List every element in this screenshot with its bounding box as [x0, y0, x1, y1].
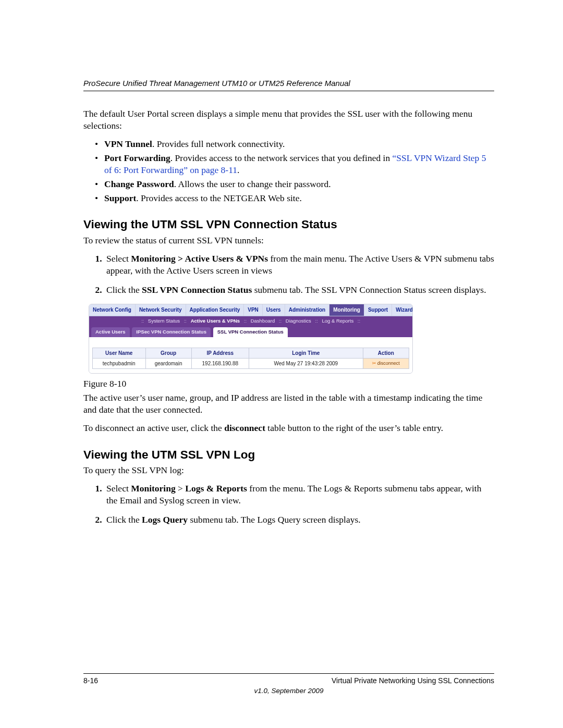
cell-group: geardomain [145, 358, 191, 368]
step-bold: SSL VPN Connection Status [142, 285, 252, 295]
tab-bar: Active Users IPSec VPN Connection Status… [89, 326, 412, 337]
steps-list: Select Monitoring > Logs & Reports from … [83, 483, 494, 526]
section-lead: To query the SSL VPN log: [83, 464, 494, 476]
subnav-item[interactable]: Diagnostics [283, 318, 314, 324]
nav-item[interactable]: Support [364, 304, 392, 316]
step-item: Click the SSL VPN Connection Status subm… [104, 284, 494, 296]
tab[interactable]: Active Users [91, 327, 130, 337]
item-label: Support [104, 193, 136, 203]
post-figure-para: To disconnect an active user, click the … [83, 422, 494, 434]
step-item: Select Monitoring > Active Users & VPNs … [104, 253, 494, 277]
item-label: Change Password [104, 179, 174, 189]
cell-login-time: Wed May 27 19:43:28 2009 [249, 358, 363, 368]
item-desc: . Provides access to the network service… [170, 153, 393, 163]
top-nav: Network Config Network Security Applicat… [89, 304, 412, 316]
cell-username: techpubadmin [93, 358, 146, 368]
list-item: VPN Tunnel. Provides full network connec… [104, 138, 494, 150]
item-desc: . Provides access to the NETGEAR Web sit… [136, 193, 302, 203]
portal-menu-list: VPN Tunnel. Provides full network connec… [83, 138, 494, 204]
document-page: ProSecure Unified Threat Management UTM1… [0, 0, 563, 728]
bold-text: disconnect [224, 423, 265, 433]
sub-nav: :: System Status :: Active Users & VPNs … [89, 316, 412, 326]
nav-item[interactable]: Network Config [89, 304, 136, 316]
status-table-wrap: User Name Group IP Address Login Time Ac… [89, 337, 412, 373]
step-text: submenu tab. The Logs Query screen displ… [188, 514, 361, 525]
step-bold: Logs & Reports [185, 483, 247, 493]
text: table button to the right of the user’s … [265, 423, 443, 433]
col-header: IP Address [191, 348, 249, 358]
step-text: > [176, 483, 186, 493]
step-bold: Monitoring > Active Users & VPNs [131, 253, 268, 264]
item-label: VPN Tunnel [104, 139, 152, 149]
list-item: Change Password. Allows the user to chan… [104, 178, 494, 190]
col-header: User Name [93, 348, 146, 358]
tab-active[interactable]: SSL VPN Connection Status [213, 327, 288, 337]
item-tail: . [237, 165, 239, 175]
disconnect-icon: ✂ [372, 361, 376, 366]
list-item: Support. Provides access to the NETGEAR … [104, 192, 494, 204]
nav-item[interactable]: Network Security [136, 304, 186, 316]
step-text: Click the [106, 514, 142, 525]
nav-item[interactable]: VPN [244, 304, 263, 316]
step-item: Select Monitoring > Logs & Reports from … [104, 483, 494, 507]
item-label: Port Forwarding [104, 153, 170, 163]
col-header: Action [363, 348, 409, 358]
figure-caption: Figure 8-10 [83, 378, 494, 390]
tab[interactable]: IPSec VPN Connection Status [132, 327, 211, 337]
nav-item[interactable]: Wizards [392, 304, 413, 316]
step-bold: Logs Query [142, 514, 188, 525]
steps-list: Select Monitoring > Active Users & VPNs … [83, 253, 494, 296]
subnav-item[interactable]: Log & Reports [319, 318, 356, 324]
item-desc: . Allows the user to change their passwo… [174, 179, 331, 189]
step-item: Click the Logs Query submenu tab. The Lo… [104, 514, 494, 526]
post-figure-para: The active user’s user name, group, and … [83, 392, 494, 416]
disconnect-label: disconnect [377, 361, 400, 366]
section-heading: Viewing the UTM SSL VPN Log [83, 447, 494, 463]
nav-item[interactable]: Application Security [186, 304, 244, 316]
step-text: Select [106, 253, 131, 264]
chapter-title: Virtual Private Networking Using SSL Con… [332, 676, 494, 685]
nav-item-selected[interactable]: Monitoring [329, 304, 364, 316]
step-text: Select [106, 483, 131, 493]
section-lead: To review the status of current SSL VPN … [83, 235, 494, 246]
page-footer: 8-16 Virtual Private Networking Using SS… [83, 673, 494, 685]
nav-item[interactable]: Administration [285, 304, 330, 316]
status-table: User Name Group IP Address Login Time Ac… [92, 348, 409, 369]
table-header-row: User Name Group IP Address Login Time Ac… [93, 348, 409, 358]
nav-item[interactable]: Users [263, 304, 285, 316]
cell-ip: 192.168.190.88 [191, 358, 249, 368]
version-line: v1.0, September 2009 [83, 686, 494, 696]
figure-screenshot: Network Config Network Security Applicat… [89, 304, 413, 374]
list-item: Port Forwarding. Provides access to the … [104, 152, 494, 176]
intro-paragraph: The default User Portal screen displays … [83, 108, 494, 132]
item-desc: . Provides full network connectivity. [152, 139, 285, 149]
table-row: techpubadmin geardomain 192.168.190.88 W… [93, 358, 409, 368]
page-number: 8-16 [83, 676, 98, 685]
step-text: submenu tab. The SSL VPN Connection Stat… [252, 285, 486, 295]
running-header: ProSecure Unified Threat Management UTM1… [83, 78, 494, 91]
step-text: Click the [106, 285, 142, 295]
subnav-item-selected[interactable]: Active Users & VPNs [188, 318, 243, 324]
text: To disconnect an active user, click the [83, 423, 224, 433]
section-heading: Viewing the UTM SSL VPN Connection Statu… [83, 217, 494, 232]
disconnect-button[interactable]: ✂disconnect [363, 358, 409, 368]
subnav-item[interactable]: Dashboard [248, 318, 277, 324]
col-header: Group [145, 348, 191, 358]
subnav-item[interactable]: System Status [145, 318, 182, 324]
col-header: Login Time [249, 348, 363, 358]
step-bold: Monitoring [131, 483, 176, 493]
